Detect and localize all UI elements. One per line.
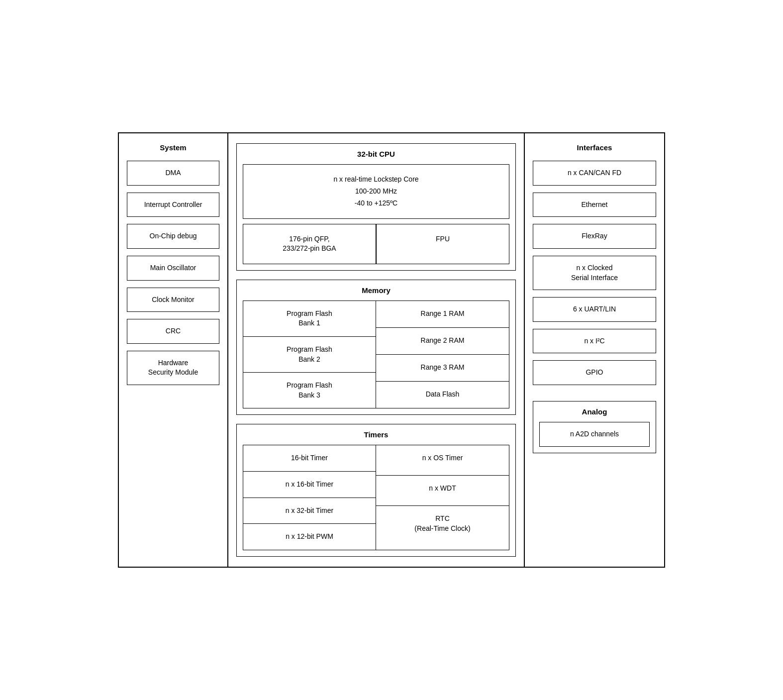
timers-title: Timers [243,430,509,439]
system-item-hsm: Hardware Security Module [127,351,219,385]
right-column: Interfaces n x CAN/CAN FD Ethernet FlexR… [525,133,664,567]
memory-range2: Range 2 RAM [376,328,509,355]
diagram: System DMA Interrupt Controller On-Chip … [118,132,665,568]
system-item-oscillator: Main Oscillator [127,256,219,281]
cpu-package: 176-pin QFP, 233/272-pin BGA [243,224,376,264]
memory-section: Memory Program Flash Bank 1 Program Flas… [236,280,516,415]
memory-flash-1: Program Flash Bank 1 [243,301,376,337]
timer-wdt: n x WDT [376,476,509,506]
memory-left-col: Program Flash Bank 1 Program Flash Bank … [243,301,376,408]
iface-can: n x CAN/CAN FD [533,161,656,186]
timer-n16bit: n x 16-bit Timer [243,472,376,498]
memory-range3: Range 3 RAM [376,355,509,382]
system-item-crc: CRC [127,319,219,344]
timer-rtc: RTC (Real-Time Clock) [376,506,509,550]
memory-range1: Range 1 RAM [376,301,509,328]
system-item-onchip: On-Chip debug [127,224,219,249]
cpu-fpu: FPU [376,224,509,264]
timers-section: Timers 16-bit Timer n x 16-bit Timer n x… [236,424,516,556]
timers-right-col: n x OS Timer n x WDT RTC (Real-Time Cloc… [376,445,509,549]
timers-grid: 16-bit Timer n x 16-bit Timer n x 32-bit… [243,445,509,550]
timer-16bit: 16-bit Timer [243,445,376,472]
memory-title: Memory [243,286,509,295]
iface-flexray: FlexRay [533,224,656,249]
analog-a2d: n A2D channels [539,422,650,447]
system-item-interrupt: Interrupt Controller [127,193,219,217]
system-title: System [127,143,219,152]
system-item-clock: Clock Monitor [127,288,219,312]
timer-n32bit: n x 32-bit Timer [243,498,376,524]
memory-right-col: Range 1 RAM Range 2 RAM Range 3 RAM Data… [376,301,509,408]
memory-flash-2: Program Flash Bank 2 [243,337,376,373]
iface-serial: n x Clocked Serial Interface [533,256,656,290]
timers-left-col: 16-bit Timer n x 16-bit Timer n x 32-bit… [243,445,376,549]
system-column: System DMA Interrupt Controller On-Chip … [119,133,228,567]
analog-title: Analog [539,407,650,416]
memory-grid: Program Flash Bank 1 Program Flash Bank … [243,300,509,409]
cpu-title: 32-bit CPU [243,150,509,158]
memory-flash-3: Program Flash Bank 3 [243,373,376,408]
iface-ethernet: Ethernet [533,193,656,217]
iface-uart: 6 x UART/LIN [533,297,656,322]
cpu-bottom-row: 176-pin QFP, 233/272-pin BGA FPU [243,224,509,264]
center-column: 32-bit CPU n x real-time Lockstep Core 1… [228,133,525,567]
system-item-dma: DMA [127,161,219,186]
iface-i2c: n x I²C [533,329,656,354]
analog-section: Analog n A2D channels [533,401,656,453]
timer-os: n x OS Timer [376,445,509,476]
memory-data-flash: Data Flash [376,382,509,408]
timer-pwm: n x 12-bit PWM [243,524,376,550]
iface-gpio: GPIO [533,360,656,385]
cpu-core-box: n x real-time Lockstep Core 100-200 MHz … [243,164,509,218]
interfaces-title: Interfaces [533,143,656,152]
cpu-section: 32-bit CPU n x real-time Lockstep Core 1… [236,143,516,271]
